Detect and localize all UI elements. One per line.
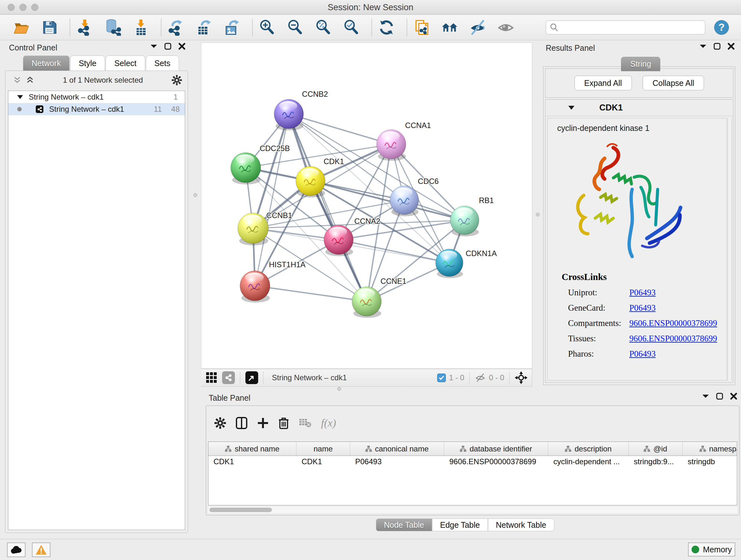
float-panel-icon[interactable] [716, 393, 723, 400]
network-collection-row[interactable]: String Network – cdk1 1 [8, 91, 185, 103]
collapse-all-button[interactable]: Collapse All [643, 76, 704, 90]
cell-shared-name[interactable]: CDK1 [208, 456, 296, 468]
column-header[interactable]: shared name [208, 442, 296, 455]
tab-select[interactable]: Select [106, 56, 145, 71]
right-splitter-handle[interactable] [536, 212, 540, 216]
section-collapse-triangle-icon[interactable] [568, 106, 575, 110]
selected-nodes-checkbox[interactable] [437, 374, 446, 382]
fit-content-crosshair-icon[interactable] [515, 371, 528, 384]
graph-node-cdk1[interactable] [296, 166, 325, 198]
tab-sets[interactable]: Sets [146, 56, 179, 71]
column-header[interactable]: canonical name [350, 442, 444, 455]
left-splitter-handle[interactable] [193, 193, 197, 197]
cell-name[interactable]: CDK1 [296, 456, 350, 468]
cell-database-identifier[interactable]: 9606.ENSP00000378699 [444, 456, 548, 468]
cell-namespace[interactable]: stringdb [683, 456, 737, 468]
panel-menu-icon[interactable] [150, 44, 157, 49]
zoom-out-icon[interactable] [286, 19, 304, 36]
table-row[interactable]: CDK1 CDK1 P06493 9606.ENSP00000378699 cy… [208, 456, 737, 468]
crosslink-link[interactable]: P06493 [629, 349, 656, 359]
float-panel-icon[interactable] [714, 43, 721, 50]
memory-button[interactable]: Memory [688, 543, 735, 557]
delete-column-icon[interactable] [278, 417, 289, 429]
close-panel-icon[interactable] [179, 43, 185, 50]
results-scrollbar[interactable] [728, 118, 732, 381]
crosslink-link[interactable]: 9606.ENSP00000378699 [629, 334, 717, 344]
open-session-icon[interactable] [13, 19, 30, 36]
show-columns-icon[interactable] [235, 417, 248, 429]
panel-menu-icon[interactable] [702, 394, 709, 398]
graph-node-ccnb2[interactable] [274, 99, 304, 131]
graph-node-ccne1[interactable] [352, 287, 381, 318]
collapse-triangle-icon[interactable] [17, 95, 23, 99]
help-button[interactable]: ? [714, 20, 729, 35]
zoom-in-icon[interactable] [259, 19, 276, 36]
graph-node-cdc6[interactable] [390, 186, 419, 216]
crosslink-link[interactable]: P06493 [629, 303, 656, 313]
expand-all-button[interactable]: Expand All [575, 76, 632, 90]
import-table-file-icon[interactable] [132, 19, 149, 36]
tab-network-table[interactable]: Network Table [488, 518, 554, 531]
graph-node-ccna2[interactable] [324, 225, 353, 256]
cell-id[interactable]: stringdb:9... [629, 456, 683, 468]
save-session-icon[interactable] [41, 19, 58, 36]
export-table-icon[interactable] [195, 19, 212, 36]
graph-node-cdkn1a[interactable] [435, 249, 463, 278]
graph-node-hist1h1a[interactable] [240, 271, 270, 303]
crosslink-link[interactable]: 9606.ENSP00000378699 [629, 318, 717, 328]
tab-string[interactable]: String [621, 57, 660, 71]
column-header[interactable]: @id [629, 442, 683, 455]
network-row-selected[interactable]: String Network – cdk1 11 48 [8, 103, 185, 115]
network-list: String Network – cdk1 1 String Network –… [8, 91, 185, 530]
zoom-selected-icon[interactable] [343, 19, 360, 36]
network-canvas[interactable]: CCNB2CCNA1CDC25BCDK1CDC6RB1CCNB1CCNA2CDK… [201, 43, 532, 369]
graph-node-ccnb1[interactable] [238, 213, 268, 246]
zoom-fit-icon[interactable] [315, 19, 332, 36]
network-share-view-icon[interactable] [222, 371, 235, 384]
grid-view-icon[interactable] [205, 372, 218, 384]
search-input[interactable] [546, 20, 705, 35]
tab-network[interactable]: Network [23, 56, 70, 71]
float-panel-icon[interactable] [164, 43, 172, 50]
tab-style[interactable]: Style [70, 56, 105, 71]
table-options-gear-icon[interactable] [214, 417, 226, 429]
bottom-splitter-handle[interactable] [337, 387, 341, 391]
crosslink-link[interactable]: P06493 [629, 288, 656, 298]
birds-eye-view-icon[interactable] [246, 371, 258, 384]
close-panel-icon[interactable] [730, 393, 737, 400]
close-panel-icon[interactable] [728, 43, 735, 50]
first-neighbors-icon[interactable] [441, 19, 458, 36]
add-column-icon[interactable] [257, 417, 269, 429]
cdk1-section-header[interactable]: CDK1 [545, 100, 733, 116]
cloud-services-button[interactable] [7, 543, 25, 557]
import-network-file-icon[interactable] [76, 19, 93, 36]
graph-node-cdc25b[interactable] [231, 152, 261, 185]
tab-edge-table[interactable]: Edge Table [432, 518, 488, 531]
export-image-icon[interactable] [223, 19, 241, 36]
node-table[interactable]: shared name name canonical name database… [208, 442, 737, 505]
column-header[interactable]: namespace [683, 442, 737, 455]
cell-description[interactable]: cyclin-dependent ... [548, 456, 629, 468]
cell-canonical-name[interactable]: P06493 [350, 456, 444, 468]
tab-node-table[interactable]: Node Table [376, 518, 432, 531]
column-header[interactable]: description [548, 442, 629, 455]
cdk1-details: cyclin-dependent kinase 1 [547, 118, 727, 381]
import-network-database-icon[interactable] [104, 19, 121, 36]
column-header[interactable]: name [296, 442, 350, 455]
string-network-graph[interactable]: CCNB2CCNA1CDC25BCDK1CDC6RB1CCNB1CCNA2CDK… [201, 43, 532, 368]
panel-menu-icon[interactable] [699, 44, 706, 49]
column-header[interactable]: database identifier [444, 442, 548, 455]
refresh-icon[interactable] [378, 19, 395, 36]
show-all-icon[interactable] [497, 19, 515, 36]
graph-node-ccna1[interactable] [377, 130, 406, 161]
table-horizontal-scrollbar[interactable] [208, 507, 737, 513]
scrollbar-thumb[interactable] [209, 508, 272, 512]
expand-all-networks-icon[interactable] [13, 76, 21, 84]
network-options-gear-icon[interactable] [172, 75, 182, 85]
hide-selected-icon[interactable] [469, 19, 486, 36]
clone-network-icon[interactable] [413, 19, 430, 36]
warnings-button[interactable] [32, 543, 51, 557]
collapse-all-networks-icon[interactable] [26, 76, 34, 84]
export-network-icon[interactable] [167, 19, 185, 36]
graph-node-rb1[interactable] [450, 206, 479, 236]
